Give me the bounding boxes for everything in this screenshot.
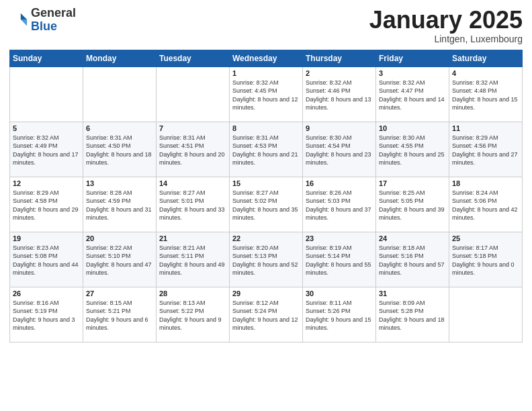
day-daylight: Daylight: 8 hours and 39 minutes. bbox=[379, 206, 445, 222]
day-number: 30 bbox=[306, 289, 373, 298]
calendar-day-cell: 15 Sunrise: 8:27 AM Sunset: 5:02 PM Dayl… bbox=[230, 177, 303, 232]
day-sunrise: Sunrise: 8:32 AM bbox=[306, 79, 352, 86]
day-sunrise: Sunrise: 8:20 AM bbox=[232, 244, 279, 251]
header-saturday: Saturday bbox=[449, 50, 523, 66]
day-sunset: Sunset: 4:49 PM bbox=[13, 142, 58, 149]
day-daylight: Daylight: 9 hours and 3 minutes. bbox=[13, 316, 75, 332]
day-number: 13 bbox=[86, 179, 153, 187]
calendar-day-cell: 4 Sunrise: 8:32 AM Sunset: 4:48 PM Dayli… bbox=[449, 66, 523, 122]
day-sunrise: Sunrise: 8:31 AM bbox=[232, 134, 279, 141]
header-thursday: Thursday bbox=[303, 50, 376, 66]
day-daylight: Daylight: 9 hours and 15 minutes. bbox=[306, 316, 371, 332]
day-sunset: Sunset: 4:58 PM bbox=[13, 197, 58, 204]
day-sunrise: Sunrise: 8:27 AM bbox=[159, 189, 206, 196]
day-sunset: Sunset: 5:03 PM bbox=[306, 197, 351, 204]
header-tuesday: Tuesday bbox=[157, 50, 230, 66]
day-number: 11 bbox=[452, 124, 519, 132]
calendar-day-cell: 24 Sunrise: 8:18 AM Sunset: 5:16 PM Dayl… bbox=[376, 232, 449, 287]
calendar-day-cell: 25 Sunrise: 8:17 AM Sunset: 5:18 PM Dayl… bbox=[449, 232, 523, 287]
header: General Blue January 2025 Lintgen, Luxem… bbox=[9, 7, 523, 44]
calendar-day-cell: 29 Sunrise: 8:12 AM Sunset: 5:24 PM Dayl… bbox=[230, 287, 303, 342]
day-daylight: Daylight: 8 hours and 21 minutes. bbox=[232, 151, 298, 167]
day-sunset: Sunset: 5:22 PM bbox=[159, 308, 204, 314]
day-sunrise: Sunrise: 8:31 AM bbox=[159, 134, 206, 141]
day-number: 4 bbox=[452, 69, 519, 77]
day-number: 17 bbox=[379, 179, 446, 187]
day-number: 2 bbox=[306, 69, 373, 77]
day-daylight: Daylight: 8 hours and 14 minutes. bbox=[379, 96, 445, 111]
day-sunrise: Sunrise: 8:12 AM bbox=[232, 300, 279, 306]
day-number: 8 bbox=[232, 124, 300, 132]
calendar-day-cell: 12 Sunrise: 8:29 AM Sunset: 4:58 PM Dayl… bbox=[10, 177, 83, 232]
day-sunset: Sunset: 5:24 PM bbox=[232, 308, 277, 314]
weekday-header-row: Sunday Monday Tuesday Wednesday Thursday… bbox=[10, 50, 523, 66]
location-subtitle: Lintgen, Luxembourg bbox=[369, 34, 523, 44]
day-sunset: Sunset: 5:21 PM bbox=[86, 308, 131, 314]
day-number: 23 bbox=[306, 234, 373, 242]
day-sunrise: Sunrise: 8:24 AM bbox=[452, 189, 498, 196]
day-number: 1 bbox=[232, 69, 300, 77]
day-sunset: Sunset: 4:54 PM bbox=[306, 142, 351, 149]
page: General Blue January 2025 Lintgen, Luxem… bbox=[0, 0, 532, 411]
calendar-day-cell: 7 Sunrise: 8:31 AM Sunset: 4:51 PM Dayli… bbox=[157, 122, 230, 177]
day-number: 9 bbox=[306, 124, 373, 132]
day-number: 19 bbox=[13, 234, 80, 242]
day-sunrise: Sunrise: 8:32 AM bbox=[379, 79, 425, 86]
logo-icon bbox=[9, 11, 28, 30]
day-sunrise: Sunrise: 8:15 AM bbox=[86, 300, 132, 306]
day-sunrise: Sunrise: 8:11 AM bbox=[306, 300, 352, 306]
calendar-day-cell: 16 Sunrise: 8:26 AM Sunset: 5:03 PM Dayl… bbox=[303, 177, 376, 232]
calendar-day-cell: 17 Sunrise: 8:25 AM Sunset: 5:05 PM Dayl… bbox=[376, 177, 449, 232]
day-number: 31 bbox=[379, 289, 446, 298]
calendar-table: Sunday Monday Tuesday Wednesday Thursday… bbox=[9, 50, 523, 342]
day-sunrise: Sunrise: 8:30 AM bbox=[306, 134, 352, 141]
calendar-day-cell: 30 Sunrise: 8:11 AM Sunset: 5:26 PM Dayl… bbox=[303, 287, 376, 342]
calendar-day-cell: 6 Sunrise: 8:31 AM Sunset: 4:50 PM Dayli… bbox=[83, 122, 157, 177]
day-sunset: Sunset: 5:14 PM bbox=[306, 253, 351, 259]
day-daylight: Daylight: 8 hours and 13 minutes. bbox=[306, 96, 371, 111]
day-sunrise: Sunrise: 8:29 AM bbox=[452, 134, 498, 141]
day-daylight: Daylight: 8 hours and 44 minutes. bbox=[13, 261, 79, 277]
day-sunrise: Sunrise: 8:26 AM bbox=[306, 189, 352, 196]
day-daylight: Daylight: 8 hours and 31 minutes. bbox=[86, 206, 152, 222]
day-sunset: Sunset: 5:10 PM bbox=[86, 253, 131, 259]
calendar-day-cell: 23 Sunrise: 8:19 AM Sunset: 5:14 PM Dayl… bbox=[303, 232, 376, 287]
calendar-day-cell: 14 Sunrise: 8:27 AM Sunset: 5:01 PM Dayl… bbox=[157, 177, 230, 232]
calendar-week-row-1: 5 Sunrise: 8:32 AM Sunset: 4:49 PM Dayli… bbox=[10, 122, 523, 177]
day-sunset: Sunset: 4:51 PM bbox=[159, 142, 204, 149]
calendar-day-cell bbox=[449, 287, 523, 342]
day-daylight: Daylight: 8 hours and 23 minutes. bbox=[306, 151, 371, 167]
day-number: 27 bbox=[86, 289, 153, 298]
day-sunrise: Sunrise: 8:27 AM bbox=[232, 189, 279, 196]
calendar-day-cell: 18 Sunrise: 8:24 AM Sunset: 5:06 PM Dayl… bbox=[449, 177, 523, 232]
day-number: 15 bbox=[232, 179, 300, 187]
header-wednesday: Wednesday bbox=[230, 50, 303, 66]
day-number: 16 bbox=[306, 179, 373, 187]
calendar-day-cell: 19 Sunrise: 8:23 AM Sunset: 5:08 PM Dayl… bbox=[10, 232, 83, 287]
day-sunset: Sunset: 5:18 PM bbox=[452, 253, 497, 259]
day-sunset: Sunset: 4:56 PM bbox=[452, 142, 497, 149]
day-sunset: Sunset: 4:47 PM bbox=[379, 87, 424, 94]
day-number: 20 bbox=[86, 234, 153, 242]
day-sunrise: Sunrise: 8:30 AM bbox=[379, 134, 425, 141]
day-number: 14 bbox=[159, 179, 226, 187]
logo: General Blue bbox=[9, 7, 76, 34]
day-sunrise: Sunrise: 8:32 AM bbox=[452, 79, 498, 86]
day-number: 3 bbox=[379, 69, 446, 77]
day-daylight: Daylight: 9 hours and 12 minutes. bbox=[232, 316, 298, 332]
calendar-day-cell: 1 Sunrise: 8:32 AM Sunset: 4:45 PM Dayli… bbox=[230, 66, 303, 122]
day-number: 22 bbox=[232, 234, 300, 242]
day-sunset: Sunset: 5:06 PM bbox=[452, 197, 497, 204]
day-sunrise: Sunrise: 8:32 AM bbox=[232, 79, 279, 86]
day-daylight: Daylight: 8 hours and 25 minutes. bbox=[379, 151, 445, 167]
calendar-day-cell: 27 Sunrise: 8:15 AM Sunset: 5:21 PM Dayl… bbox=[83, 287, 157, 342]
calendar-day-cell: 22 Sunrise: 8:20 AM Sunset: 5:13 PM Dayl… bbox=[230, 232, 303, 287]
day-sunset: Sunset: 5:02 PM bbox=[232, 197, 277, 204]
header-friday: Friday bbox=[376, 50, 449, 66]
calendar-day-cell: 31 Sunrise: 8:09 AM Sunset: 5:28 PM Dayl… bbox=[376, 287, 449, 342]
day-daylight: Daylight: 8 hours and 49 minutes. bbox=[159, 261, 225, 277]
calendar-day-cell bbox=[157, 66, 230, 122]
calendar-day-cell: 26 Sunrise: 8:16 AM Sunset: 5:19 PM Dayl… bbox=[10, 287, 83, 342]
day-number: 7 bbox=[159, 124, 226, 132]
day-sunset: Sunset: 4:48 PM bbox=[452, 87, 497, 94]
